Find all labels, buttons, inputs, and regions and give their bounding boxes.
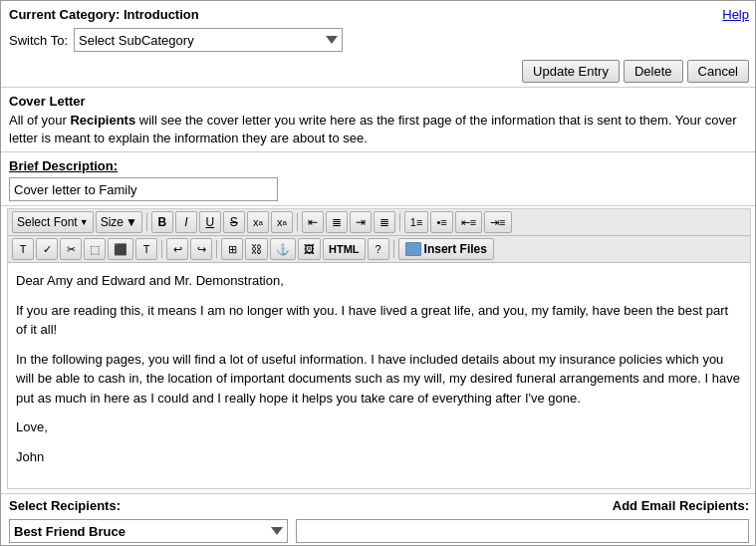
email-input[interactable]	[296, 519, 749, 543]
add-email-recipients-label: Add Email Recipients:	[613, 498, 749, 513]
bold-button[interactable]: B	[151, 211, 173, 233]
ordered-list-button[interactable]: 1≡	[404, 211, 429, 233]
align-center-button[interactable]: ≣	[326, 211, 348, 233]
action-row: Update Entry Delete Cancel	[1, 58, 756, 88]
update-entry-button[interactable]: Update Entry	[522, 60, 620, 83]
switch-to-label: Switch To:	[9, 33, 68, 48]
select-recipients-label: Select Recipients:	[9, 498, 121, 513]
cover-letter-title: Cover Letter	[9, 94, 749, 109]
toolbar-separator-1	[146, 213, 147, 231]
paste-text-button[interactable]: T	[135, 238, 157, 260]
image-button[interactable]: 🖼	[298, 238, 321, 260]
current-category: Current Category: Introduction	[9, 7, 199, 22]
strikethrough-button[interactable]: S	[223, 211, 245, 233]
editor-line-2: If you are reading this, it means I am n…	[16, 301, 742, 340]
cancel-button[interactable]: Cancel	[687, 60, 749, 83]
help-icon-button[interactable]: ?	[368, 238, 389, 260]
link-button[interactable]: ⛓	[245, 238, 268, 260]
editor-toolbar-1: Select Font ▼ Size ▼ B I U S xa xa ⇤ ≣ ⇥…	[8, 209, 750, 236]
font-select-arrow-icon: ▼	[80, 217, 89, 227]
size-select-button[interactable]: Size ▼	[96, 211, 142, 233]
header-row: Current Category: Introduction Help	[1, 1, 756, 26]
insert-files-label: Insert Files	[424, 242, 487, 256]
align-right-button[interactable]: ⇥	[350, 211, 372, 233]
text-icon-button[interactable]: T	[12, 238, 34, 260]
help-link[interactable]: Help	[722, 7, 749, 22]
table-button[interactable]: ⊞	[221, 238, 243, 260]
cover-desc-part1: All of your	[9, 113, 70, 128]
insert-files-button[interactable]: Insert Files	[398, 238, 494, 260]
bottom-section: Select Recipients: Add Email Recipients:	[1, 493, 756, 517]
paste-button[interactable]: ⬛	[108, 238, 133, 260]
brief-description-section: Brief Description:	[1, 152, 756, 206]
recipients-row: Best Friend Bruce	[1, 517, 756, 546]
font-select-label: Select Font	[17, 215, 78, 229]
redo-button[interactable]: ↪	[190, 238, 212, 260]
toolbar-separator-3	[399, 213, 400, 231]
editor-line-1: Dear Amy and Edward and Mr. Demonstratio…	[16, 271, 742, 291]
undo-button[interactable]: ↩	[166, 238, 188, 260]
toolbar2-separator-2	[216, 240, 217, 258]
editor-line-3: In the following pages, you will find a …	[16, 350, 742, 409]
font-select-button[interactable]: Select Font ▼	[12, 211, 94, 233]
html-button[interactable]: HTML	[323, 238, 366, 260]
category-prefix: Current Category:	[9, 7, 120, 22]
outdent-button[interactable]: ⇤≡	[455, 211, 482, 233]
size-label: Size	[101, 215, 124, 229]
insert-files-icon	[405, 242, 421, 256]
size-arrow-icon: ▼	[126, 215, 137, 229]
cut-button[interactable]: ✂	[60, 238, 82, 260]
brief-description-input[interactable]	[9, 177, 278, 201]
cover-desc-bold: Recipients	[70, 113, 135, 128]
align-justify-button[interactable]: ≣	[374, 211, 395, 233]
cover-letter-description: All of your Recipients will see the cove…	[9, 112, 749, 147]
toolbar2-separator-3	[393, 240, 394, 258]
editor-line-4: Love,	[16, 417, 742, 437]
editor-line-5: John	[16, 447, 742, 467]
anchor-button[interactable]: ⚓	[270, 238, 296, 260]
superscript-button[interactable]: xa	[271, 211, 293, 233]
page-wrapper: Current Category: Introduction Help Swit…	[1, 1, 756, 546]
toolbar-separator-2	[297, 213, 298, 231]
indent-button[interactable]: ⇥≡	[484, 211, 511, 233]
editor-area[interactable]: Dear Amy and Edward and Mr. Demonstratio…	[8, 263, 750, 488]
editor-container: Select Font ▼ Size ▼ B I U S xa xa ⇤ ≣ ⇥…	[7, 208, 751, 489]
brief-description-label: Brief Description:	[9, 158, 749, 173]
underline-button[interactable]: U	[199, 211, 221, 233]
editor-toolbar-2: T ✓ ✂ ⬚ ⬛ T ↩ ↪ ⊞ ⛓ ⚓ 🖼 HTML ? Insert Fi…	[8, 236, 750, 263]
category-name: Introduction	[124, 7, 199, 22]
cover-letter-section: Cover Letter All of your Recipients will…	[1, 88, 756, 152]
toolbar2-separator-1	[161, 240, 162, 258]
unordered-list-button[interactable]: •≡	[430, 211, 452, 233]
subscript-button[interactable]: xa	[247, 211, 269, 233]
italic-button[interactable]: I	[175, 211, 197, 233]
subcategory-select[interactable]: Select SubCategory	[74, 28, 343, 52]
delete-button[interactable]: Delete	[624, 60, 683, 83]
switch-to-row: Switch To: Select SubCategory	[1, 26, 756, 58]
recipient-select[interactable]: Best Friend Bruce	[9, 519, 288, 543]
align-left-button[interactable]: ⇤	[302, 211, 324, 233]
cursor-icon-button[interactable]: ✓	[36, 238, 58, 260]
copy-button[interactable]: ⬚	[84, 238, 106, 260]
